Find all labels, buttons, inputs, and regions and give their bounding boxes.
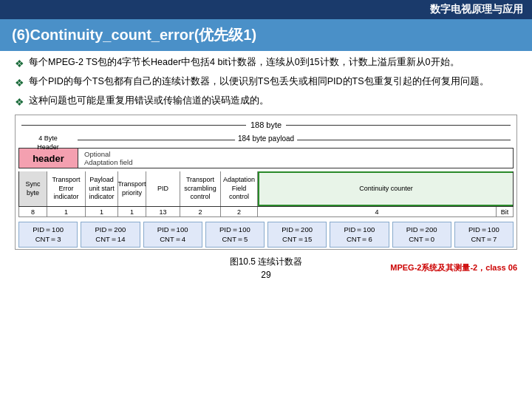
bit-transport: 1 bbox=[47, 207, 86, 216]
fig-caption-text: 图10.5 连续计数器 bbox=[183, 256, 350, 268]
field-transport-label: TransportErrorindicator bbox=[52, 176, 80, 202]
bullet-text-2: 每个PID的每个TS包都有自己的连续计数器，以便识别TS包丢失或相同PID的TS… bbox=[29, 75, 489, 91]
pid-cell-0: PID＝100 CNT＝3 bbox=[18, 222, 78, 248]
field-pid: PID bbox=[146, 171, 180, 206]
page-number: 29 bbox=[183, 270, 350, 280]
pid-cell-4: PID＝200 CNT＝15 bbox=[267, 222, 327, 248]
content-area: ❖ 每个MPEG-2 TS包的4字节长Header中包括4 bit计数器，连续从… bbox=[0, 51, 532, 110]
block-row: header Optional Adaptation field bbox=[18, 148, 514, 168]
pid-label-7: PID＝100 CNT＝7 bbox=[468, 225, 499, 243]
field-adaptation-label: AdaptationFieldcontrol bbox=[223, 176, 255, 202]
field-sync: Syncbyte bbox=[19, 171, 47, 206]
fig-caption: 图10.5 连续计数器 29 bbox=[183, 256, 350, 280]
184-label: 184 byte payload bbox=[235, 134, 297, 143]
bit-pid: 13 bbox=[146, 207, 180, 216]
bit-label: Bit bbox=[497, 207, 513, 216]
pid-cell-7: PID＝100 CNT＝7 bbox=[454, 222, 514, 248]
field-payload-label: Payloadunit startindicator bbox=[89, 176, 115, 202]
bit-continuity: 4 bbox=[258, 207, 497, 216]
bit-row: 8 1 1 1 13 2 2 4 Bit bbox=[18, 207, 514, 217]
4byte-label: 4 ByteHeader bbox=[18, 133, 78, 146]
field-sync-label: Syncbyte bbox=[25, 180, 40, 197]
field-payload-start: Payloadunit startindicator bbox=[86, 171, 118, 206]
page-title: (6)Continuity_count_error(优先级1) bbox=[0, 19, 532, 51]
bullet-text-1: 每个MPEG-2 TS包的4字节长Header中包括4 bit计数器，连续从0到… bbox=[29, 55, 460, 72]
course-label: MPEG-2系统及其测量-2，class 06 bbox=[349, 262, 517, 273]
field-transport-error: TransportErrorindicator bbox=[47, 171, 86, 206]
pid-cell-6: PID＝200 CNT＝0 bbox=[392, 222, 451, 248]
field-pid-label: PID bbox=[157, 185, 168, 194]
field-continuity: Continuity counter bbox=[258, 171, 513, 206]
field-adaptation: AdaptationFieldcontrol bbox=[221, 171, 258, 206]
field-continuity-label: Continuity counter bbox=[359, 185, 413, 194]
footer: 图10.5 连续计数器 29 MPEG-2系统及其测量-2，class 06 bbox=[0, 253, 532, 283]
pid-label-4: PID＝200 CNT＝15 bbox=[282, 225, 313, 243]
pid-cell-3: PID＝100 CNT＝5 bbox=[205, 222, 265, 248]
bullet-text-3: 这种问题也可能是重复用错误或传输信道的误码造成的。 bbox=[29, 94, 269, 110]
pid-label-3: PID＝100 CNT＝5 bbox=[219, 225, 250, 243]
bit-scrambling: 2 bbox=[180, 207, 221, 216]
field-scrambling: Transportscramblingcontrol bbox=[180, 171, 221, 206]
bit-transport2: 1 bbox=[118, 207, 146, 216]
pid-label-0: PID＝100 CNT＝3 bbox=[33, 225, 64, 243]
adaptation-label: Optional Adaptation field bbox=[84, 150, 133, 166]
field-transport2-label: Transportpriority bbox=[117, 180, 146, 197]
pid-label-5: PID＝100 CNT＝6 bbox=[344, 225, 375, 243]
pid-label-6: PID＝200 CNT＝0 bbox=[406, 225, 437, 243]
bullet-3: ❖ 这种问题也可能是重复用错误或传输信道的误码造成的。 bbox=[15, 94, 517, 110]
bullet-2: ❖ 每个PID的每个TS包都有自己的连续计数器，以便识别TS包丢失或相同PID的… bbox=[15, 75, 517, 91]
bit-sync: 8 bbox=[19, 207, 47, 216]
pid-label-2: PID＝100 CNT＝4 bbox=[157, 225, 188, 243]
bullet-icon-1: ❖ bbox=[15, 56, 24, 72]
bit-payload: 1 bbox=[86, 207, 118, 216]
adaptation-block: Optional Adaptation field bbox=[78, 149, 513, 168]
fields-row: Syncbyte TransportErrorindicator Payload… bbox=[18, 171, 514, 207]
field-scrambling-label: Transportscramblingcontrol bbox=[184, 176, 216, 202]
pid-cell-2: PID＝100 CNT＝4 bbox=[143, 222, 202, 248]
header-title: 数字电视原理与应用 bbox=[430, 3, 523, 15]
page-header: 数字电视原理与应用 bbox=[0, 0, 532, 19]
pid-label-1: PID＝200 CNT＝14 bbox=[95, 225, 126, 243]
bullet-icon-2: ❖ bbox=[15, 75, 24, 91]
field-transport-priority: Transportpriority bbox=[118, 171, 146, 206]
pid-row: PID＝100 CNT＝3 PID＝200 CNT＝14 PID＝100 CNT… bbox=[18, 222, 514, 248]
byte-188-row: 188 byte bbox=[18, 118, 514, 132]
byte-188-label: 188 byte bbox=[246, 120, 286, 129]
bit-adaptation: 2 bbox=[221, 207, 258, 216]
sub-label-row: 4 ByteHeader 184 byte payload bbox=[18, 133, 514, 146]
diagram-area: 188 byte 4 ByteHeader 184 byte payload h… bbox=[15, 115, 517, 250]
bullet-icon-3: ❖ bbox=[15, 95, 24, 110]
pid-cell-1: PID＝200 CNT＝14 bbox=[81, 222, 140, 248]
pid-cell-5: PID＝100 CNT＝6 bbox=[330, 222, 389, 248]
bullet-1: ❖ 每个MPEG-2 TS包的4字节长Header中包括4 bit计数器，连续从… bbox=[15, 55, 517, 72]
